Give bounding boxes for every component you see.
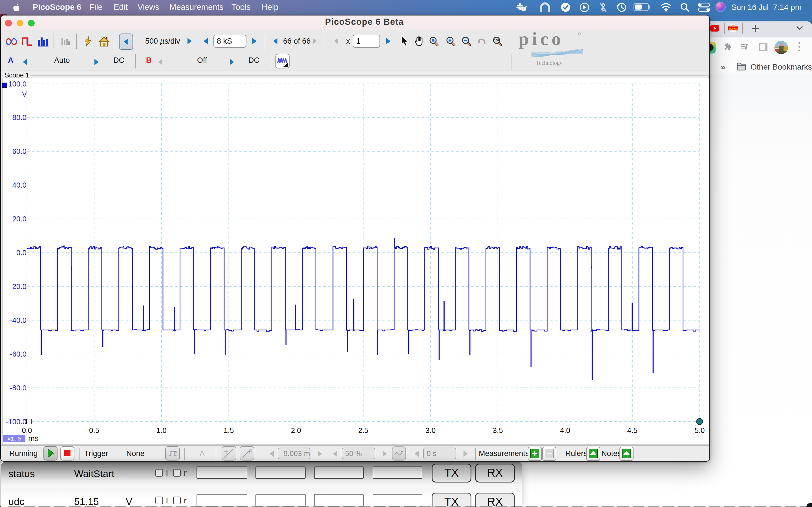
- svg-text:0.5: 0.5: [89, 426, 99, 435]
- svg-text:0.0: 0.0: [22, 426, 32, 435]
- svg-text:0.0: 0.0: [16, 248, 27, 257]
- svg-text:x1.0: x1.0: [7, 436, 21, 442]
- svg-text:ms: ms: [28, 434, 39, 443]
- svg-text:80.0: 80.0: [12, 113, 27, 122]
- svg-text:-20.0: -20.0: [10, 282, 27, 291]
- svg-text:4.5: 4.5: [627, 426, 638, 435]
- svg-text:20.0: 20.0: [12, 215, 27, 223]
- svg-text:60.0: 60.0: [12, 147, 27, 156]
- svg-text:100: 100: [494, 39, 499, 42]
- svg-text:1.5: 1.5: [223, 426, 234, 435]
- svg-text:100.0: 100.0: [8, 80, 27, 88]
- svg-text:Royal Mail: Royal Mail: [728, 28, 738, 30]
- svg-text:3.0: 3.0: [425, 426, 436, 435]
- svg-text:-40.0: -40.0: [10, 316, 27, 325]
- svg-text:pico: pico: [518, 33, 564, 49]
- svg-text:!: !: [523, 7, 524, 11]
- svg-text:-100.0: -100.0: [6, 417, 27, 426]
- svg-text:-80.0: -80.0: [10, 384, 27, 392]
- svg-text:4.0: 4.0: [560, 426, 570, 435]
- svg-text:40.0: 40.0: [12, 181, 27, 189]
- svg-text:2.0: 2.0: [291, 426, 301, 435]
- svg-text:Technology: Technology: [536, 60, 562, 66]
- svg-text:V: V: [22, 90, 27, 98]
- svg-text:2.5: 2.5: [358, 426, 368, 435]
- svg-text:5.0: 5.0: [695, 426, 705, 435]
- svg-text:1.0: 1.0: [156, 426, 167, 435]
- svg-text:3.5: 3.5: [493, 426, 503, 435]
- svg-text:-60.0: -60.0: [10, 350, 27, 358]
